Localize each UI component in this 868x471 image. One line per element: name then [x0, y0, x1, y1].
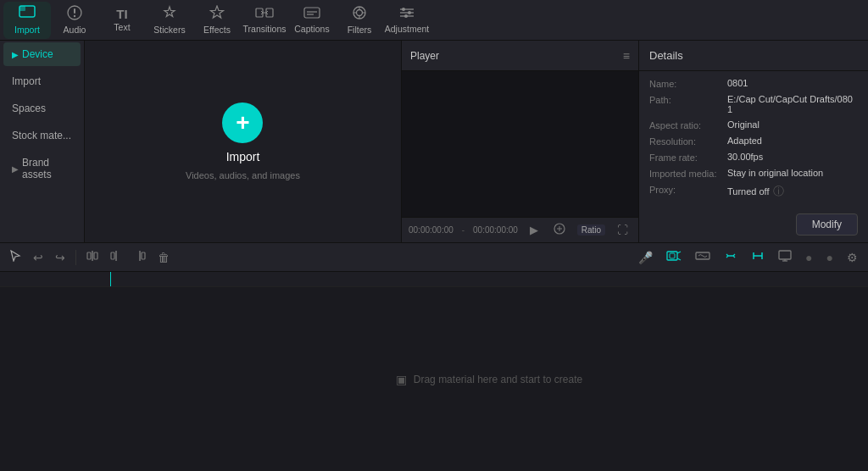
detail-value-path: E:/Cap Cut/CapCut Drafts/0801 [727, 94, 858, 114]
toolbar-item-audio[interactable]: Audio [51, 2, 98, 39]
details-body: Name: 0801 Path: E:/Cap Cut/CapCut Draft… [639, 71, 868, 207]
player-controls: 00:00:00:00 - 00:00:00:00 ▶ Ratio ⛶ [402, 217, 638, 242]
svg-rect-6 [304, 8, 320, 18]
detail-label-name: Name: [649, 78, 724, 89]
detail-label-imported: Imported media: [649, 168, 724, 179]
split-button[interactable] [82, 247, 103, 267]
player-play-button[interactable]: ▶ [526, 222, 542, 238]
detail-row-resolution: Resolution: Adapted [649, 136, 858, 147]
drag-icon: ▣ [396, 373, 407, 386]
sidebar-item-import[interactable]: Import [3, 69, 81, 93]
details-title: Details [649, 49, 683, 62]
detail-row-aspect: Aspect ratio: Original [649, 119, 858, 130]
transitions-icon [255, 6, 274, 22]
player-title: Player [410, 50, 439, 62]
sidebar-item-spaces[interactable]: Spaces [3, 97, 81, 120]
toolbar-item-transitions[interactable]: Transitions [241, 2, 288, 39]
detail-row-path: Path: E:/Cap Cut/CapCut Drafts/0801 [649, 94, 858, 114]
audio-track-toggle[interactable] [690, 247, 715, 267]
redo-button[interactable]: ↪ [51, 248, 70, 267]
detail-value-name: 0801 [727, 78, 858, 88]
trim-right-button[interactable] [130, 247, 150, 267]
svg-point-14 [402, 8, 405, 11]
select-tool-button[interactable] [5, 247, 25, 267]
timeline-content: ▣ Drag material here and start to create [0, 287, 868, 471]
player-time-end: 00:00:00:00 [473, 225, 518, 235]
svg-point-15 [408, 11, 411, 14]
player-menu-icon[interactable]: ≡ [623, 49, 630, 63]
details-panel: Details Name: 0801 Path: E:/Cap Cut/CapC… [639, 41, 868, 242]
toolbar-label-audio: Audio [64, 25, 86, 35]
player-panel: Player ≡ 00:00:00:00 - 00:00:00:00 ▶ Rat… [402, 41, 639, 242]
import-subtitle: Videos, audios, and images [186, 170, 300, 180]
details-header: Details [639, 41, 868, 71]
sidebar-label-brand: Brand assets [22, 157, 72, 180]
captions-icon [303, 6, 320, 22]
details-footer: Modify [639, 207, 868, 242]
chevron-icon-device: ▶ [12, 50, 19, 59]
filters-icon [352, 5, 367, 23]
toolbar-item-stickers[interactable]: Stickers [146, 2, 193, 39]
timeline-settings-button[interactable]: ⚙ [842, 248, 863, 267]
svg-rect-19 [87, 252, 91, 259]
detail-row-imported: Imported media: Stay in original locatio… [649, 168, 858, 179]
playhead-marker [110, 272, 111, 286]
detail-value-framerate: 30.00fps [727, 152, 858, 162]
detail-label-path: Path: [649, 94, 724, 105]
player-time-start: 00:00:00:00 [409, 225, 453, 235]
toolbar-label-transitions: Transitions [243, 24, 287, 34]
player-viewport [402, 71, 638, 217]
sidebar-label-spaces: Spaces [12, 103, 46, 114]
drag-hint-text: Drag material here and start to create [414, 374, 582, 385]
detail-label-framerate: Frame rate: [649, 152, 724, 163]
magnetic-snap-button[interactable] [746, 247, 770, 267]
effects-icon [209, 5, 225, 23]
stickers-icon [162, 5, 177, 23]
link-clips-button[interactable] [719, 247, 743, 267]
player-crop-icon[interactable] [550, 221, 569, 239]
trim-left-button[interactable] [106, 247, 126, 267]
sidebar-item-stock[interactable]: Stock mate... [3, 124, 81, 147]
timeline-toolbar: ↩ ↪ 🗑 🎤 ● ● ⚙ [0, 243, 868, 272]
toolbar-item-captions[interactable]: Captions [288, 2, 336, 39]
left-panel: ▶ Device Import Spaces Stock mate... ▶ B… [0, 41, 85, 242]
timeline-option-1[interactable]: ● [800, 248, 817, 267]
toolbar-item-filters[interactable]: Filters [336, 2, 383, 39]
toolbar-label-adjustment: Adjustment [385, 24, 430, 34]
proxy-info-icon[interactable]: ⓘ [773, 184, 784, 199]
import-button[interactable]: + Import Videos, audios, and images [186, 103, 300, 180]
preview-screen-button[interactable] [773, 247, 797, 267]
delete-button[interactable]: 🗑 [153, 248, 174, 267]
toolbar-label-effects: Effects [203, 25, 231, 35]
toolbar-item-text[interactable]: TI Text [98, 2, 146, 39]
sidebar-label-stock: Stock mate... [12, 130, 71, 141]
timeline-option-2[interactable]: ● [821, 248, 838, 267]
sidebar-label-device: Device [22, 48, 53, 60]
video-track-toggle[interactable] [661, 247, 687, 267]
detail-label-aspect: Aspect ratio: [649, 119, 724, 130]
toolbar-item-effects[interactable]: Effects [193, 2, 241, 39]
mic-button[interactable]: 🎤 [633, 248, 658, 267]
svg-rect-24 [142, 252, 145, 259]
player-fullscreen-icon[interactable]: ⛶ [614, 222, 632, 238]
svg-point-3 [74, 15, 75, 17]
undo-button[interactable]: ↩ [29, 248, 47, 267]
detail-label-resolution: Resolution: [649, 136, 724, 147]
sidebar-label-import: Import [12, 75, 41, 87]
sidebar-item-device[interactable]: ▶ Device [3, 42, 81, 66]
toolbar-item-adjustment[interactable]: Adjustment [383, 2, 431, 39]
toolbar-label-text: Text [114, 22, 130, 32]
toolbar-item-import[interactable]: Import [3, 2, 51, 39]
toolbar-label-captions: Captions [294, 24, 329, 34]
toolbar-label-stickers: Stickers [153, 25, 185, 35]
detail-row-framerate: Frame rate: 30.00fps [649, 152, 858, 163]
player-header: Player ≡ [402, 41, 638, 71]
import-icon [19, 5, 36, 23]
detail-label-proxy: Proxy: [649, 184, 724, 195]
detail-row-proxy: Proxy: Turned off ⓘ [649, 184, 858, 199]
player-ratio-badge[interactable]: Ratio [577, 224, 605, 236]
import-plus-icon: + [222, 103, 263, 143]
sidebar-item-brand[interactable]: ▶ Brand assets [3, 151, 81, 186]
modify-button[interactable]: Modify [796, 213, 858, 236]
adjustment-icon [398, 6, 415, 22]
